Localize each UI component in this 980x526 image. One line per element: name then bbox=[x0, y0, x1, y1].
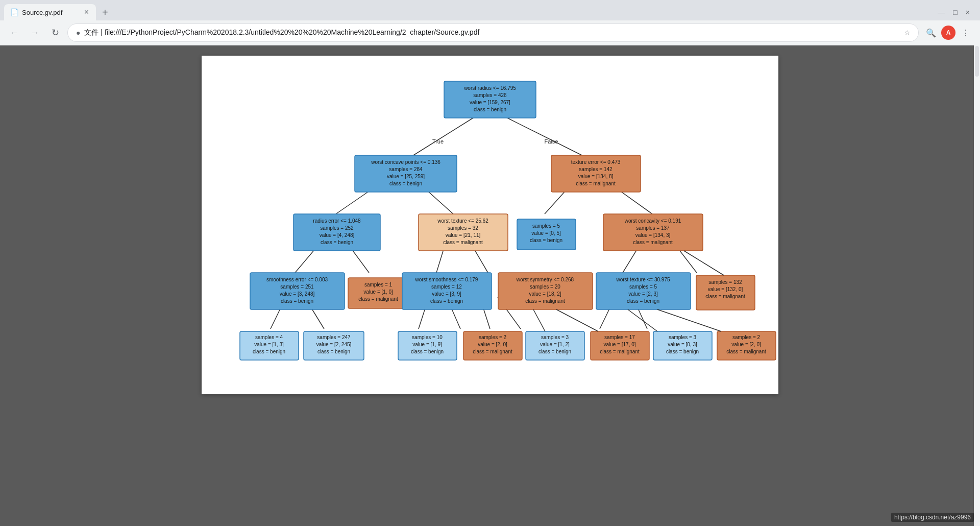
avatar[interactable]: A bbox=[941, 26, 955, 40]
node-l4lmrr-value: value = [17, 0] bbox=[603, 342, 635, 347]
footer-url: https://blog.csdn.net/az9996 bbox=[891, 513, 974, 522]
tab-close-button[interactable]: × bbox=[83, 7, 90, 17]
tab-icon: 📄 bbox=[10, 8, 19, 16]
node-l3rrr-class: class = malignant bbox=[705, 294, 745, 299]
node-l1r-samples: samples = 142 bbox=[579, 166, 612, 172]
node-l4lmrl-value: value = [1, 2] bbox=[540, 342, 570, 347]
node-l2rr-value: value = [134, 3] bbox=[635, 232, 671, 238]
node-l2ll-class: class = benign bbox=[321, 240, 353, 245]
node-l3llr-value: value = [1, 0] bbox=[363, 289, 393, 295]
node-root-class: class = benign bbox=[474, 107, 506, 112]
nav-right: 🔍 A ⋮ bbox=[923, 25, 974, 41]
node-l3lmr-value: value = [18, 2] bbox=[529, 291, 561, 297]
edge-root-left bbox=[413, 117, 475, 155]
node-l2lm-condition: worst texture <= 25.62 bbox=[437, 218, 488, 224]
node-root-condition: worst radius <= 16.795 bbox=[463, 85, 516, 91]
node-l4lmrr-class: class = malignant bbox=[600, 349, 640, 354]
node-l2lm-class: class = malignant bbox=[443, 240, 483, 245]
node-l4lmlr-value: value = [2, 0] bbox=[478, 342, 507, 347]
node-l4lmll-class: class = benign bbox=[411, 349, 444, 354]
scrollbar[interactable] bbox=[974, 45, 980, 526]
node-l1l-samples: samples = 284 bbox=[389, 166, 423, 172]
menu-icon[interactable]: ⋮ bbox=[958, 25, 974, 41]
node-root-value: value = [159, 267] bbox=[470, 100, 510, 105]
node-l4llll-value: value = [1, 3] bbox=[254, 342, 284, 347]
node-l2ll-value: value = [4, 248] bbox=[320, 232, 355, 238]
node-l3lml-value: value = [3, 9] bbox=[432, 291, 461, 297]
new-tab-button[interactable]: + bbox=[98, 5, 112, 20]
close-button[interactable]: × bbox=[966, 8, 970, 16]
node-l4lmlr-class: class = malignant bbox=[473, 349, 512, 354]
node-l4lmll-samples: samples = 10 bbox=[412, 334, 443, 340]
decision-tree-svg: True False bbox=[212, 71, 768, 377]
node-l4rrlr-value: value = [2, 0] bbox=[731, 342, 761, 347]
tree-container: True False bbox=[212, 71, 768, 379]
node-l2rl-value: value = [0, 5] bbox=[531, 230, 561, 236]
node-l3lml-samples: samples = 12 bbox=[431, 284, 462, 290]
node-l4rrll-samples: samples = 3 bbox=[669, 334, 697, 340]
node-l2ll-condition: radius error <= 1.048 bbox=[313, 218, 361, 224]
node-l3rrl-condition: worst texture <= 30.975 bbox=[616, 277, 670, 282]
title-bar: 📄 Source.gv.pdf × + — □ × bbox=[0, 0, 980, 20]
node-l4lmrr-samples: samples = 17 bbox=[604, 334, 635, 340]
node-l3lmr-samples: samples = 20 bbox=[530, 284, 560, 290]
refresh-button[interactable]: ↻ bbox=[47, 25, 63, 41]
node-l3lml-class: class = benign bbox=[430, 298, 463, 304]
node-l3rrr-samples: samples = 132 bbox=[708, 279, 742, 285]
node-l3llr-samples: samples = 1 bbox=[364, 282, 393, 288]
address-bar[interactable]: ● 文件 | file:///E:/PythonProject/PyCharm%… bbox=[67, 23, 919, 42]
node-l3rrl-samples: samples = 5 bbox=[629, 284, 657, 290]
node-root-samples: samples = 426 bbox=[473, 92, 507, 98]
node-l2rr-condition: worst concavity <= 0.191 bbox=[624, 218, 681, 224]
node-l2rr-class: class = malignant bbox=[633, 240, 673, 245]
pdf-page: True False bbox=[202, 56, 778, 394]
node-l3lmr-condition: worst symmetry <= 0.268 bbox=[516, 277, 574, 282]
node-l1r-condition: texture error <= 0.473 bbox=[571, 159, 621, 165]
node-l2lm-value: value = [21, 11] bbox=[446, 232, 481, 238]
content-area: True False bbox=[0, 45, 980, 526]
window-controls: — □ × bbox=[932, 8, 976, 16]
node-l2rl-samples: samples = 5 bbox=[532, 223, 560, 229]
node-l4rrlr-class: class = malignant bbox=[726, 349, 766, 354]
node-l4llll-samples: samples = 4 bbox=[255, 334, 283, 340]
node-l4lmlr-samples: samples = 2 bbox=[479, 334, 507, 340]
nav-bar: ← → ↻ ● 文件 | file:///E:/PythonProject/Py… bbox=[0, 20, 980, 45]
edge-l3rrl-l4rrll bbox=[628, 309, 657, 331]
edge-l3rrl-l4rrlr bbox=[657, 309, 721, 331]
node-l4lllr-value: value = [2, 245] bbox=[316, 342, 352, 347]
edge-l3lmr-l4lmrr bbox=[556, 309, 598, 331]
node-l1l-condition: worst concave points <= 0.136 bbox=[371, 159, 440, 165]
node-l3lll-condition: smoothness error <= 0.003 bbox=[266, 277, 328, 282]
false-label: False bbox=[545, 138, 558, 145]
node-l3lll-samples: samples = 251 bbox=[280, 284, 314, 290]
node-l1r-class: class = malignant bbox=[576, 181, 616, 186]
edge-l3lmr-l4lmrl bbox=[533, 309, 545, 331]
node-l2ll-samples: samples = 252 bbox=[320, 225, 354, 231]
back-button[interactable]: ← bbox=[6, 25, 22, 41]
scrollbar-thumb[interactable] bbox=[975, 46, 979, 77]
address-lock-icon: ● bbox=[76, 29, 80, 37]
node-l4lmrl-class: class = benign bbox=[538, 349, 571, 354]
node-l3rrl-value: value = [2, 3] bbox=[628, 291, 658, 297]
node-l4lllr-class: class = benign bbox=[317, 349, 350, 354]
minimize-button[interactable]: — bbox=[938, 8, 945, 16]
browser-chrome: 📄 Source.gv.pdf × + — □ × ← → ↻ ● 文件 | f… bbox=[0, 0, 980, 45]
bookmark-icon[interactable]: ☆ bbox=[904, 29, 910, 36]
node-l4llll-class: class = benign bbox=[253, 349, 285, 354]
node-l1r-value: value = [134, 8] bbox=[578, 174, 614, 179]
address-actions: ☆ bbox=[904, 29, 910, 36]
node-l1l-class: class = benign bbox=[389, 181, 422, 186]
node-l1l-value: value = [25, 259] bbox=[387, 174, 425, 179]
address-text: 文件 | file:///E:/PythonProject/PyCharm%20… bbox=[84, 28, 900, 37]
search-icon[interactable]: 🔍 bbox=[923, 25, 939, 41]
node-l4rrll-value: value = [0, 3] bbox=[668, 342, 697, 347]
node-l3lll-class: class = benign bbox=[281, 298, 313, 304]
browser-tab[interactable]: 📄 Source.gv.pdf × bbox=[4, 4, 96, 20]
maximize-button[interactable]: □ bbox=[953, 8, 957, 16]
node-l2lm-samples: samples = 32 bbox=[448, 225, 478, 231]
node-l3llr-class: class = malignant bbox=[358, 296, 398, 302]
node-l4lmrl-samples: samples = 3 bbox=[541, 334, 569, 340]
node-l4lmll-value: value = [1, 9] bbox=[412, 342, 442, 347]
forward-button[interactable]: → bbox=[27, 25, 43, 41]
node-l2rr-samples: samples = 137 bbox=[636, 225, 670, 231]
